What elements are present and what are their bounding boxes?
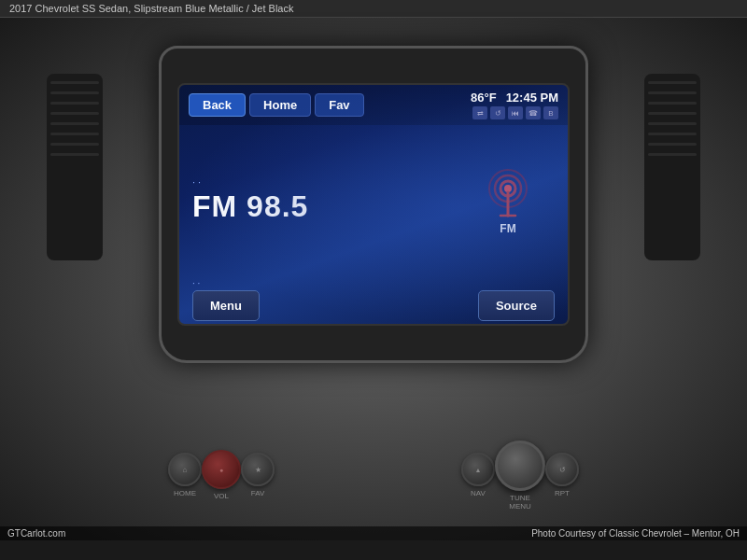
vol-control-group: ● VOL	[202, 450, 241, 500]
nav-control-group: ▲ NAV	[461, 453, 495, 497]
fav-button[interactable]: Fav	[315, 93, 363, 117]
station-info: · · FM 98.5	[192, 176, 480, 224]
tune-knob[interactable]	[495, 441, 545, 491]
back-button[interactable]: Back	[189, 93, 246, 117]
dashboard-bezel: Back Home Fav 86°F 12:45 PM ⇄ ↺ ⏮ ☎ B	[159, 46, 588, 363]
time-temp-display: 86°F 12:45 PM	[471, 91, 558, 105]
car-area: Back Home Fav 86°F 12:45 PM ⇄ ↺ ⏮ ☎ B	[0, 18, 747, 540]
fav-physical-button[interactable]: ★	[241, 453, 275, 486]
nav-button[interactable]: ▲	[461, 453, 495, 486]
photo-credit: Photo Courtesy of Classic Chevrolet – Me…	[531, 528, 740, 539]
rpt-control-group: ↺ RPT	[545, 453, 579, 497]
nav-buttons-group: Back Home Fav	[189, 93, 364, 117]
tune-label: TUNEMENU	[509, 494, 531, 511]
home-control-group: ⌂ HOME	[168, 453, 202, 497]
fav-icon: ★	[255, 466, 261, 474]
band-label: · ·	[192, 176, 480, 188]
vol-icon: ●	[219, 467, 223, 473]
menu-section: · · Menu Fav 5 of 6	[192, 278, 260, 326]
screen-main-content: · · FM 98.5	[179, 125, 568, 274]
status-icons-row: ⇄ ↺ ⏮ ☎ B	[472, 106, 558, 119]
screen-nav-bar: Back Home Fav 86°F 12:45 PM ⇄ ↺ ⏮ ☎ B	[179, 85, 568, 125]
prev-track-icon: ⏮	[508, 106, 523, 119]
home-button[interactable]: Home	[249, 93, 311, 117]
repeat-icon: ↺	[490, 106, 505, 119]
physical-controls: ⌂ HOME ● VOL ★ FAV ▲ NAV TUNEMENU	[149, 428, 598, 522]
right-vent	[644, 74, 700, 260]
page-title: 2017 Chevrolet SS Sedan, Slipstream Blue…	[9, 3, 293, 14]
shuffle-icon: ⇄	[472, 106, 487, 119]
bluetooth-icon: B	[543, 106, 558, 119]
nav-icon: ▲	[475, 467, 482, 473]
frequency-display: FM 98.5	[192, 189, 480, 224]
home-icon: ⌂	[183, 466, 188, 474]
vol-knob-button[interactable]: ●	[202, 450, 241, 489]
time-display: 12:45 PM	[506, 91, 558, 105]
left-vent	[47, 74, 103, 260]
fav-info: Fav 5 of 6	[192, 323, 260, 326]
nav-label: NAV	[471, 489, 486, 497]
fm-band-label: FM	[500, 222, 515, 235]
fav-control-group: ★ FAV	[241, 453, 275, 497]
status-area: 86°F 12:45 PM ⇄ ↺ ⏮ ☎ B	[471, 91, 558, 119]
radio-tower-icon	[480, 164, 536, 220]
menu-button[interactable]: Menu	[192, 290, 260, 321]
rpt-button[interactable]: ↺	[545, 453, 579, 486]
home-label: HOME	[174, 489, 196, 497]
rpt-label: RPT	[555, 489, 570, 497]
action-buttons-row: · · Menu Fav 5 of 6 Source	[179, 274, 568, 326]
tune-knob-group: TUNEMENU	[495, 441, 545, 511]
home-physical-button[interactable]: ⌂	[168, 453, 202, 486]
dots-indicator: · ·	[192, 278, 260, 288]
radio-icon-area: FM	[480, 164, 536, 235]
footer-bar: GTCarlot.com Photo Courtesy of Classic C…	[0, 526, 747, 540]
title-bar: 2017 Chevrolet SS Sedan, Slipstream Blue…	[0, 0, 747, 18]
logo-text: GTCarlot.com	[7, 528, 65, 539]
rpt-icon: ↺	[559, 466, 566, 474]
infotainment-screen: Back Home Fav 86°F 12:45 PM ⇄ ↺ ⏮ ☎ B	[177, 83, 570, 326]
vol-label: VOL	[214, 492, 229, 500]
temperature-display: 86°F	[471, 91, 497, 105]
fav-ctrl-label: FAV	[251, 489, 265, 497]
source-button[interactable]: Source	[478, 290, 555, 321]
phone-icon: ☎	[526, 106, 541, 119]
